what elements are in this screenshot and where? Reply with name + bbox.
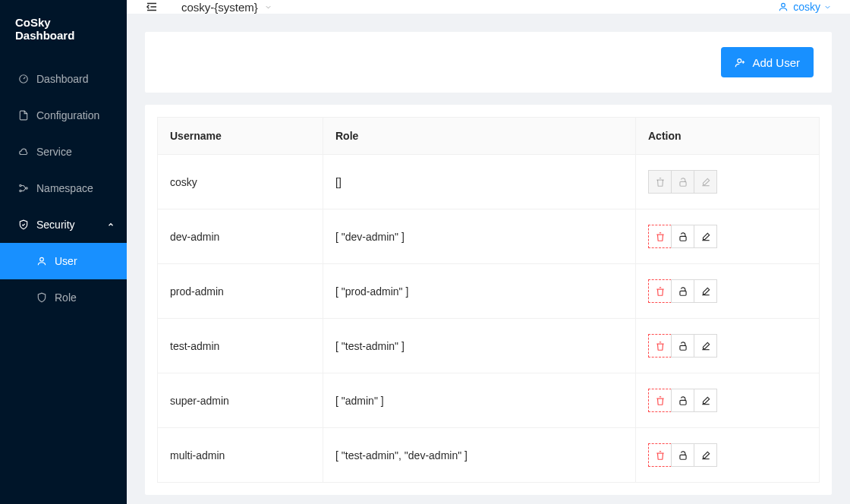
sidebar-item-namespace[interactable]: Namespace <box>0 170 127 206</box>
cell-username: dev-admin <box>158 209 323 264</box>
svg-point-2 <box>20 190 21 191</box>
col-header-username: Username <box>158 118 323 155</box>
unlock-icon <box>678 341 688 351</box>
add-user-button[interactable]: Add User <box>721 47 814 77</box>
svg-rect-14 <box>679 291 685 295</box>
toolbar-card: Add User <box>145 32 832 93</box>
file-icon <box>18 110 29 121</box>
user-icon <box>778 2 789 12</box>
delete-button[interactable] <box>648 389 672 412</box>
cell-action <box>636 319 820 373</box>
delete-button[interactable] <box>648 334 672 358</box>
unlock-icon <box>678 395 688 406</box>
action-group <box>648 389 717 412</box>
trash-icon <box>655 395 666 406</box>
table-row: multi-admin[ "test-admin", "dev-admin" ] <box>158 428 820 483</box>
namespace-selector[interactable]: cosky-{system} <box>181 1 272 14</box>
sidebar-menu: Dashboard Configuration Service Namespac… <box>0 58 127 316</box>
cell-role: [ "test-admin", "dev-admin" ] <box>323 428 636 483</box>
edit-button[interactable] <box>694 334 717 358</box>
delete-button[interactable] <box>648 279 672 303</box>
edit-button[interactable] <box>694 389 717 412</box>
delete-button[interactable] <box>648 443 672 467</box>
edit-button[interactable] <box>694 443 717 467</box>
unlock-button[interactable] <box>671 443 694 467</box>
cell-role: [ "test-admin" ] <box>323 319 636 373</box>
edit-button[interactable] <box>694 225 717 248</box>
add-user-label: Add User <box>752 56 800 69</box>
cell-username: super-admin <box>158 373 323 428</box>
svg-point-4 <box>40 257 44 261</box>
cell-username: test-admin <box>158 319 323 373</box>
unlock-button[interactable] <box>671 279 694 303</box>
trash-icon <box>655 286 666 297</box>
cell-role: [ "dev-admin" ] <box>323 209 636 264</box>
unlock-icon <box>678 177 688 187</box>
cloud-icon <box>18 146 29 157</box>
svg-rect-13 <box>679 236 685 241</box>
cell-username: cosky <box>158 155 323 209</box>
shield-check-icon <box>18 219 29 230</box>
cell-action <box>636 428 820 483</box>
menu-fold-icon[interactable] <box>145 0 159 14</box>
edit-icon <box>700 177 711 187</box>
table-row: dev-admin[ "dev-admin" ] <box>158 209 820 264</box>
svg-point-3 <box>26 187 27 189</box>
user-menu[interactable]: cosky <box>778 1 832 13</box>
sidebar-subitem-user[interactable]: User <box>0 243 127 279</box>
edit-icon <box>700 341 711 351</box>
nodes-icon <box>18 183 29 194</box>
chevron-down-icon <box>264 3 272 11</box>
table-row: super-admin[ "admin" ] <box>158 373 820 428</box>
cell-action <box>636 209 820 264</box>
cell-role: [] <box>323 155 636 209</box>
table-row: test-admin[ "test-admin" ] <box>158 319 820 373</box>
sidebar-subitem-role[interactable]: Role <box>0 279 127 316</box>
delete-button <box>648 170 672 194</box>
users-table: Username Role Action cosky[]dev-admin[ "… <box>157 117 820 483</box>
svg-rect-17 <box>679 455 685 459</box>
sidebar-item-service[interactable]: Service <box>0 134 127 170</box>
cell-action <box>636 373 820 428</box>
sidebar-item-label: Dashboard <box>36 73 115 85</box>
trash-icon <box>655 341 666 351</box>
unlock-button[interactable] <box>671 334 694 358</box>
sidebar-item-label: Namespace <box>36 182 115 194</box>
table-row: prod-admin[ "prod-admin" ] <box>158 264 820 319</box>
cell-action <box>636 155 820 209</box>
trash-icon <box>655 232 666 242</box>
namespace-label: cosky-{system} <box>181 1 258 14</box>
header: cosky-{system} cosky <box>127 0 850 14</box>
trash-icon <box>655 450 666 461</box>
table-row: cosky[] <box>158 155 820 209</box>
dashboard-icon <box>18 74 29 84</box>
col-header-action: Action <box>636 118 820 155</box>
cell-role: [ "admin" ] <box>323 373 636 428</box>
cell-role: [ "prod-admin" ] <box>323 264 636 319</box>
delete-button[interactable] <box>648 225 672 248</box>
edit-button[interactable] <box>694 279 717 303</box>
edit-icon <box>700 450 711 461</box>
main: cosky-{system} cosky <box>127 0 850 504</box>
trash-icon <box>655 177 666 187</box>
user-menu-label: cosky <box>793 1 820 13</box>
unlock-button[interactable] <box>671 389 694 412</box>
action-group <box>648 170 717 194</box>
sidebar-subitem-label: Role <box>55 291 77 304</box>
unlock-button[interactable] <box>671 225 694 248</box>
col-header-role: Role <box>323 118 636 155</box>
user-add-icon <box>735 57 746 68</box>
table-card: Username Role Action cosky[]dev-admin[ "… <box>145 105 832 495</box>
sidebar-item-label: Security <box>36 219 107 231</box>
sidebar-item-configuration[interactable]: Configuration <box>0 97 127 134</box>
action-group <box>648 334 717 358</box>
sidebar-item-dashboard[interactable]: Dashboard <box>0 61 127 97</box>
unlock-icon <box>678 232 688 242</box>
app-title: CoSky Dashboard <box>0 0 127 58</box>
svg-point-1 <box>20 184 21 186</box>
unlock-icon <box>678 286 688 297</box>
unlock-icon <box>678 450 688 461</box>
sidebar: CoSky Dashboard Dashboard Configuration … <box>0 0 127 504</box>
sidebar-item-security[interactable]: Security <box>0 206 127 243</box>
shield-icon <box>36 292 47 303</box>
